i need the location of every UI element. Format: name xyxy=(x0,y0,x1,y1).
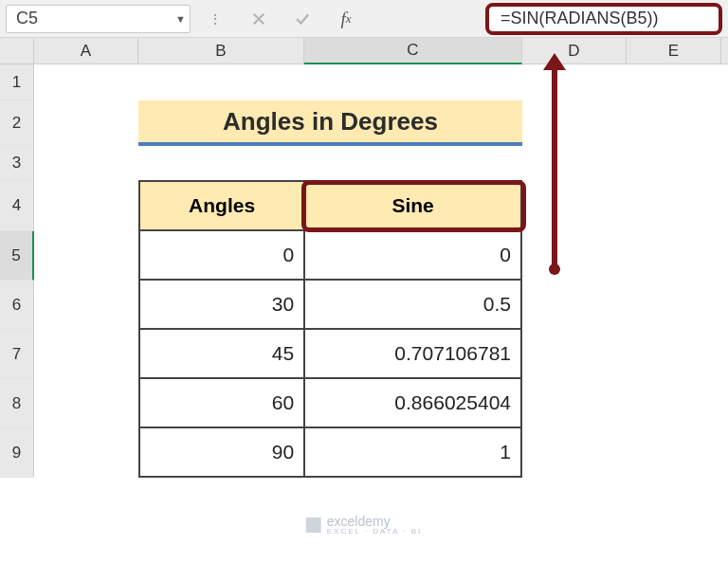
cell-angle[interactable]: 0 xyxy=(139,230,304,280)
table-row: 45 0.707106781 xyxy=(139,329,521,378)
col-header-a[interactable]: A xyxy=(34,38,138,64)
col-header-d[interactable]: D xyxy=(522,38,627,64)
fx-icon[interactable]: fx xyxy=(327,5,365,33)
formula-input[interactable]: =SIN(RADIANS(B5)) xyxy=(485,3,722,35)
row-header-9[interactable]: 9 xyxy=(0,428,34,478)
more-icon[interactable]: ⋮ xyxy=(196,5,234,33)
header-sine: Sine xyxy=(304,181,521,230)
spreadsheet-grid: A B C D E 1 2 3 4 5 6 7 8 9 Angles in De… xyxy=(0,38,728,478)
table-row: 0 0 xyxy=(139,230,521,280)
cells-area[interactable]: Angles in Degrees Angles Sine 0 0 30 0.5… xyxy=(34,64,728,478)
annotation-arrow-tail xyxy=(549,263,560,275)
table-row: 30 0.5 xyxy=(139,280,521,329)
table-row: 60 0.866025404 xyxy=(139,378,521,427)
annotation-arrow xyxy=(552,64,557,269)
cell-sine[interactable]: 0 xyxy=(304,230,521,280)
col-header-e[interactable]: E xyxy=(627,38,721,64)
name-box-value: C5 xyxy=(16,9,38,28)
sheet-title: Angles in Degrees xyxy=(138,100,522,146)
watermark: exceldemy EXCEL · DATA · BI xyxy=(306,514,423,536)
cancel-icon[interactable] xyxy=(240,5,278,33)
row-header-3[interactable]: 3 xyxy=(0,146,34,180)
cell-angle[interactable]: 30 xyxy=(139,280,304,329)
row-header-1[interactable]: 1 xyxy=(0,64,34,100)
row-header-5[interactable]: 5 xyxy=(0,231,34,281)
row-header-6[interactable]: 6 xyxy=(0,281,34,330)
cell-sine[interactable]: 0.707106781 xyxy=(304,329,521,378)
col-header-b[interactable]: B xyxy=(138,38,304,64)
select-all-corner[interactable] xyxy=(0,38,34,64)
col-header-c[interactable]: C xyxy=(304,38,522,64)
cell-sine[interactable]: 1 xyxy=(304,427,521,477)
row-header-8[interactable]: 8 xyxy=(0,379,34,428)
table-row: 90 1 xyxy=(139,427,521,477)
row-header-4[interactable]: 4 xyxy=(0,180,34,231)
watermark-logo-icon xyxy=(306,517,321,533)
column-headers: A B C D E xyxy=(0,38,728,64)
formula-bar-row: C5 ▼ ⋮ fx =SIN(RADIANS(B5)) xyxy=(0,0,728,38)
name-box[interactable]: C5 ▼ xyxy=(6,5,191,33)
row-header-2[interactable]: 2 xyxy=(0,100,34,146)
enter-icon[interactable] xyxy=(283,5,321,33)
header-angles: Angles xyxy=(139,181,304,230)
watermark-tag: EXCEL · DATA · BI xyxy=(327,527,423,536)
table-header-row: Angles Sine xyxy=(139,181,521,230)
formula-text: =SIN(RADIANS(B5)) xyxy=(500,9,659,28)
cell-sine[interactable]: 0.5 xyxy=(304,280,521,329)
cell-angle[interactable]: 90 xyxy=(139,427,304,477)
data-table: Angles Sine 0 0 30 0.5 45 0.707106781 60 xyxy=(138,180,522,478)
cell-angle[interactable]: 45 xyxy=(139,329,304,378)
chevron-down-icon[interactable]: ▼ xyxy=(175,13,186,25)
row-headers: 1 2 3 4 5 6 7 8 9 xyxy=(0,64,34,478)
row-header-7[interactable]: 7 xyxy=(0,330,34,379)
cell-angle[interactable]: 60 xyxy=(139,378,304,427)
cell-sine[interactable]: 0.866025404 xyxy=(304,378,521,427)
